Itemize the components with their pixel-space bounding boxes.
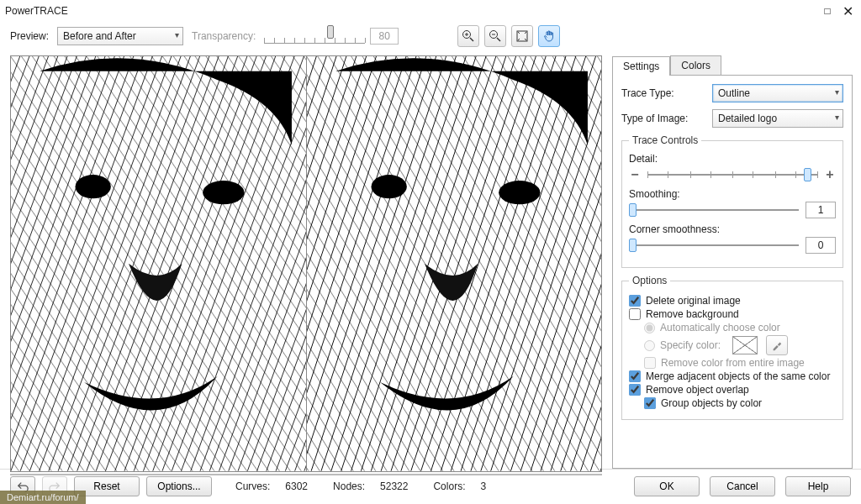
zoom-out-icon[interactable] <box>484 25 506 47</box>
toolbar: Preview: Before and After Transparency: … <box>0 22 861 50</box>
corner-value[interactable]: 0 <box>806 237 836 254</box>
corner-label: Corner smoothness: <box>629 223 836 235</box>
ok-button[interactable]: OK <box>634 476 700 496</box>
maximize-icon[interactable]: □ <box>819 4 836 18</box>
cancel-button[interactable]: Cancel <box>710 476 775 496</box>
detail-plus-icon[interactable]: + <box>824 167 836 182</box>
smoothing-slider[interactable] <box>629 202 799 218</box>
options-button[interactable]: Options... <box>146 476 212 496</box>
preview-label: Preview: <box>10 30 49 42</box>
image-type-dropdown[interactable]: Detailed logo <box>712 109 843 128</box>
eyedropper-icon <box>766 335 788 355</box>
trace-controls-group: Trace Controls Detail: − + Smoothing: <box>621 134 843 268</box>
trace-type-label: Trace Type: <box>621 87 705 99</box>
smoothing-label: Smoothing: <box>629 188 836 200</box>
help-button[interactable]: Help <box>785 476 851 496</box>
fit-icon[interactable] <box>511 25 533 47</box>
transparency-label: Transparency: <box>192 30 256 42</box>
trace-type-dropdown[interactable]: Outline <box>712 84 843 102</box>
preview-area <box>0 50 607 469</box>
corner-slider[interactable] <box>629 237 799 254</box>
specify-color-radio: Specify color: <box>644 335 836 355</box>
title-bar: PowerTRACE □ ✕ <box>0 0 861 22</box>
transparency-value[interactable]: 80 <box>370 28 399 45</box>
delete-original-checkbox[interactable]: Delete original image <box>629 295 836 307</box>
group-by-color-checkbox[interactable]: Group objects by color <box>644 397 836 409</box>
preview-after <box>306 56 602 471</box>
svg-point-18 <box>371 175 406 198</box>
smoothing-value[interactable]: 1 <box>806 202 836 218</box>
transparency-slider[interactable]: 80 <box>264 28 399 45</box>
svg-point-13 <box>203 181 244 204</box>
detail-slider[interactable] <box>647 166 817 183</box>
tab-colors[interactable]: Colors <box>670 55 721 75</box>
preview-scrollbar[interactable] <box>10 474 602 475</box>
preview-dropdown[interactable]: Before and After <box>57 27 183 45</box>
remove-overlap-checkbox[interactable]: Remove object overlap <box>629 384 836 396</box>
tab-settings[interactable]: Settings <box>612 56 670 76</box>
watermark: Demiart.ru/forum/ <box>0 491 86 504</box>
options-group: Options Delete original image Remove bac… <box>621 275 843 420</box>
auto-color-radio: Automatically choose color <box>644 322 836 333</box>
window-title: PowerTRACE <box>5 5 816 17</box>
svg-point-19 <box>499 181 540 204</box>
color-swatch <box>732 336 758 354</box>
pan-icon[interactable] <box>538 25 560 47</box>
detail-minus-icon[interactable]: − <box>629 167 641 182</box>
remove-background-checkbox[interactable]: Remove background <box>629 308 836 320</box>
side-panel: Settings Colors Trace Type: Outline Type… <box>607 50 861 469</box>
merge-adjacent-checkbox[interactable]: Merge adjacent objects of the same color <box>629 370 836 382</box>
image-type-label: Type of Image: <box>621 113 705 124</box>
preview-image[interactable] <box>10 55 602 472</box>
svg-line-5 <box>497 38 500 41</box>
close-icon[interactable]: ✕ <box>839 4 856 18</box>
svg-line-1 <box>470 38 473 41</box>
detail-label: Detail: <box>629 153 836 165</box>
preview-before <box>11 56 306 471</box>
svg-point-12 <box>76 175 111 198</box>
stats: Curves:6302 Nodes:52322 Colors:3 <box>235 480 627 492</box>
remove-entire-checkbox: Remove color from entire image <box>644 357 836 369</box>
zoom-in-icon[interactable] <box>457 25 479 47</box>
